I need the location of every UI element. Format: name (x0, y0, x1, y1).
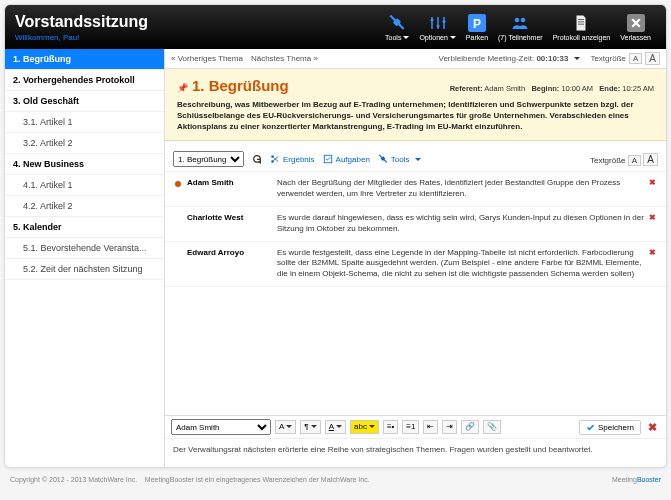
sidebar-item-3[interactable]: 3.1. Artikel 1 (5, 112, 164, 133)
tools-icon (388, 14, 406, 32)
note-row: Adam SmithNach der Begrüßung der Mitglie… (165, 172, 666, 207)
sidebar-item-10[interactable]: 5.2. Zeit der nächsten Sitzung (5, 259, 164, 280)
save-button[interactable]: Speichern (579, 420, 641, 435)
textsize-label-2: Textgröße (590, 156, 626, 165)
note-editor: Adam Smith A ¶ A abc ≡• ≡1 ⇤ ⇥ 🔗 📎 Speic… (165, 415, 666, 467)
refresh-icon[interactable] (252, 154, 262, 164)
page-footer: Copyright © 2012 - 2013 MatchWare Inc. M… (0, 472, 671, 487)
highlight-button[interactable]: abc (350, 420, 379, 434)
font-family-button[interactable]: A (275, 420, 296, 434)
notes-tools-menu[interactable]: Tools (378, 154, 421, 164)
note-row: Edward ArroyoEs wurde festgestellt, dass… (165, 242, 666, 287)
textsize-small-button-2[interactable]: A (628, 155, 641, 166)
sidebar-item-0[interactable]: 1. Begrüßung (5, 49, 164, 70)
remaining-time-value: 00:10:33 (536, 54, 568, 63)
author-select[interactable]: Adam Smith (171, 419, 271, 435)
note-row: Charlotte WestEs wurde darauf hingewiese… (165, 207, 666, 242)
leave-button[interactable]: Verlassen (620, 14, 651, 41)
wrench-icon (378, 154, 388, 164)
app-header: Vorstandssitzung Willkommen, Paul Tools … (5, 5, 666, 49)
svg-point-8 (515, 17, 520, 22)
textsize-label: Textgröße (590, 54, 626, 63)
prev-topic-link[interactable]: « Vorheriges Thema (171, 54, 243, 63)
park-button[interactable]: P Parken (466, 14, 488, 41)
bullet-icon (175, 181, 181, 187)
check-icon (586, 423, 595, 432)
note-author: Adam Smith (187, 178, 277, 200)
close-icon (627, 14, 645, 32)
outdent-button[interactable]: ⇤ (423, 420, 438, 434)
cancel-button[interactable]: ✖ (645, 421, 660, 434)
protocol-button[interactable]: Protokoll anzeigen (553, 14, 611, 41)
sidebar-item-9[interactable]: 5.1. Bevorstehende Veransta... (5, 238, 164, 259)
people-icon (511, 14, 529, 32)
result-button[interactable]: Ergebnis (270, 154, 315, 164)
agenda-sidebar: 1. Begrüßung2. Vorhergehendes Protokoll3… (5, 49, 165, 467)
font-color-button[interactable]: A (325, 420, 346, 434)
svg-text:P: P (473, 16, 481, 30)
sidebar-item-2[interactable]: 3. Old Geschäft (5, 91, 164, 112)
note-author: Edward Arroyo (187, 248, 277, 280)
svg-rect-10 (578, 19, 584, 20)
sidebar-item-7[interactable]: 4.2. Artikel 2 (5, 196, 164, 217)
svg-point-4 (436, 24, 439, 27)
sliders-icon (429, 14, 447, 32)
svg-point-3 (430, 18, 433, 21)
topic-description: Beschreibung, was Mitbewerber im Bezug a… (177, 100, 654, 132)
sidebar-item-8[interactable]: 5. Kalender (5, 217, 164, 238)
note-text: Es wurde festgestellt, dass eine Legende… (277, 248, 644, 280)
options-menu[interactable]: Optionen (419, 14, 455, 41)
topic-nav-bar: « Vorheriges Thema Nächstes Thema » Verb… (165, 49, 666, 69)
checklist-icon (323, 154, 333, 164)
notes-toolbar: 1. Begrüßung Ergebnis Aufgaben Tools Tex… (165, 147, 666, 172)
svg-point-5 (442, 20, 445, 23)
textsize-large-button-2[interactable]: A (643, 153, 658, 166)
document-icon (572, 14, 590, 32)
remaining-time-label: Verbleibende Meeting-Zeit: (439, 54, 535, 63)
delete-note-button[interactable]: ✖ (649, 213, 656, 235)
textsize-large-button[interactable]: A (645, 52, 660, 65)
topic-select[interactable]: 1. Begrüßung (173, 151, 244, 167)
bullet-list-button[interactable]: ≡• (383, 420, 398, 434)
next-topic-link[interactable]: Nächstes Thema » (251, 54, 318, 63)
delete-note-button[interactable]: ✖ (649, 178, 656, 200)
scissors-icon (270, 154, 280, 164)
textsize-small-button[interactable]: A (629, 53, 642, 64)
pin-icon: 📌 (177, 83, 188, 93)
attach-button[interactable]: 📎 (483, 420, 501, 434)
sidebar-item-4[interactable]: 3.2. Artikel 2 (5, 133, 164, 154)
topic-title: 1. Begrüßung (192, 77, 289, 94)
sidebar-item-6[interactable]: 4.1. Artikel 1 (5, 175, 164, 196)
svg-rect-12 (578, 23, 584, 24)
indent-button[interactable]: ⇥ (442, 420, 457, 434)
number-list-button[interactable]: ≡1 (402, 420, 419, 434)
tasks-button[interactable]: Aufgaben (323, 154, 370, 164)
note-author: Charlotte West (187, 213, 277, 235)
delete-note-button[interactable]: ✖ (649, 248, 656, 280)
font-size-button[interactable]: ¶ (300, 420, 320, 434)
parking-icon: P (468, 14, 486, 32)
welcome-text: Willkommen, Paul (15, 33, 148, 42)
svg-point-9 (521, 17, 526, 22)
sidebar-item-1[interactable]: 2. Vorhergehendes Protokoll (5, 70, 164, 91)
attendees-button[interactable]: (7) Teilnehmer (498, 14, 543, 41)
notes-list: Adam SmithNach der Begrüßung der Mitglie… (165, 172, 666, 415)
editor-textarea[interactable]: Der Verwaltungsrat nächsten erörterte ei… (165, 439, 666, 467)
app-title: Vorstandssitzung (15, 13, 148, 31)
topic-header-panel: 📌 1. Begrüßung Referent: Adam Smith Begi… (165, 69, 666, 141)
note-text: Nach der Begrüßung der Mitglieder des Ra… (277, 178, 644, 200)
tools-menu[interactable]: Tools (385, 14, 409, 41)
sidebar-item-5[interactable]: 4. New Business (5, 154, 164, 175)
svg-rect-11 (578, 21, 584, 22)
link-button[interactable]: 🔗 (461, 420, 479, 434)
note-text: Es wurde darauf hingewiesen, dass es wic… (277, 213, 644, 235)
